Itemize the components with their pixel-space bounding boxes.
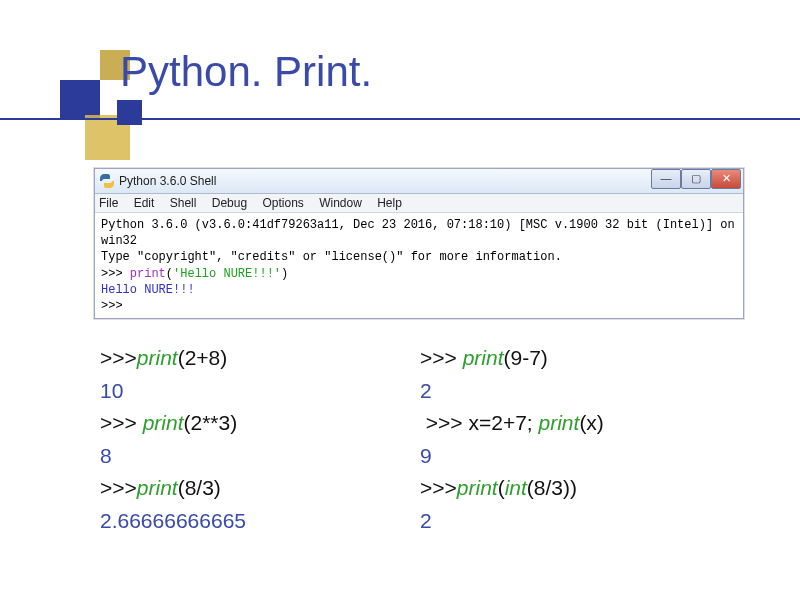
example-line: >>> x=2+7; print(x)	[420, 407, 740, 440]
args-text: (9-7)	[504, 346, 548, 369]
maximize-button[interactable]: ▢	[681, 169, 711, 189]
args-text: (8/3)	[178, 476, 221, 499]
example-line: >>> print(9-7)	[420, 342, 740, 375]
python-icon	[99, 173, 115, 189]
args-text: (8/3))	[527, 476, 577, 499]
menu-help[interactable]: Help	[377, 196, 402, 210]
menu-debug[interactable]: Debug	[212, 196, 247, 210]
slide-title: Python. Print.	[120, 48, 372, 96]
example-result: 8	[100, 440, 420, 473]
function-name: print	[539, 411, 580, 434]
example-result: 2	[420, 375, 740, 408]
prompt-text: >>>	[100, 411, 143, 434]
close-button[interactable]: ✕	[711, 169, 741, 189]
menu-window[interactable]: Window	[319, 196, 362, 210]
menu-edit[interactable]: Edit	[134, 196, 155, 210]
examples-left-column: >>>print(2+8) 10 >>> print(2**3) 8 >>>pr…	[100, 342, 420, 537]
prompt-text: >>> x=2+7;	[420, 411, 539, 434]
function-name: print	[143, 411, 184, 434]
args-text: (x)	[579, 411, 604, 434]
banner-line: Type "copyright", "credits" or "license(…	[101, 250, 562, 264]
example-line: >>> print(2**3)	[100, 407, 420, 440]
example-result: 2	[420, 505, 740, 538]
args-text: (2**3)	[184, 411, 238, 434]
function-name: print	[463, 346, 504, 369]
function-name: print	[137, 346, 178, 369]
prompt-text: >>>	[100, 476, 137, 499]
code-examples: >>>print(2+8) 10 >>> print(2**3) 8 >>>pr…	[100, 342, 740, 537]
shell-output-line: Hello NURE!!!	[101, 283, 195, 297]
menubar: File Edit Shell Debug Options Window Hel…	[95, 194, 743, 213]
prompt-text: >>>	[100, 346, 137, 369]
example-line: >>>print(2+8)	[100, 342, 420, 375]
example-result: 9	[420, 440, 740, 473]
examples-right-column: >>> print(9-7) 2 >>> x=2+7; print(x) 9 >…	[420, 342, 740, 537]
python-shell-window: Python 3.6.0 Shell — ▢ ✕ File Edit Shell…	[94, 168, 744, 319]
function-name: print	[137, 476, 178, 499]
shell-output-area[interactable]: Python 3.6.0 (v3.6.0:41df79263a11, Dec 2…	[95, 213, 743, 318]
example-line: >>>print(8/3)	[100, 472, 420, 505]
example-result: 10	[100, 375, 420, 408]
window-titlebar: Python 3.6.0 Shell — ▢ ✕	[95, 169, 743, 194]
slide: Python. Print. Python 3.6.0 Shell — ▢ ✕ …	[0, 0, 800, 600]
prompt-text: >>>	[420, 346, 463, 369]
window-controls: — ▢ ✕	[651, 169, 741, 189]
menu-options[interactable]: Options	[262, 196, 303, 210]
window-title: Python 3.6.0 Shell	[119, 174, 216, 188]
example-line: >>>print(int(8/3))	[420, 472, 740, 505]
function-name: int	[505, 476, 527, 499]
minimize-button[interactable]: —	[651, 169, 681, 189]
square-icon	[60, 80, 100, 120]
shell-command: print	[130, 267, 166, 281]
args-text: (2+8)	[178, 346, 228, 369]
title-underline	[0, 118, 800, 120]
args-text: (	[498, 476, 505, 499]
square-icon	[117, 100, 142, 125]
shell-prompt: >>>	[101, 299, 123, 313]
shell-prompt: >>>	[101, 267, 123, 281]
example-result: 2.66666666665	[100, 505, 420, 538]
prompt-text: >>>	[420, 476, 457, 499]
shell-string-arg: 'Hello NURE!!!'	[173, 267, 281, 281]
menu-shell[interactable]: Shell	[170, 196, 197, 210]
function-name: print	[457, 476, 498, 499]
banner-line: Python 3.6.0 (v3.6.0:41df79263a11, Dec 2…	[101, 218, 742, 248]
menu-file[interactable]: File	[99, 196, 118, 210]
